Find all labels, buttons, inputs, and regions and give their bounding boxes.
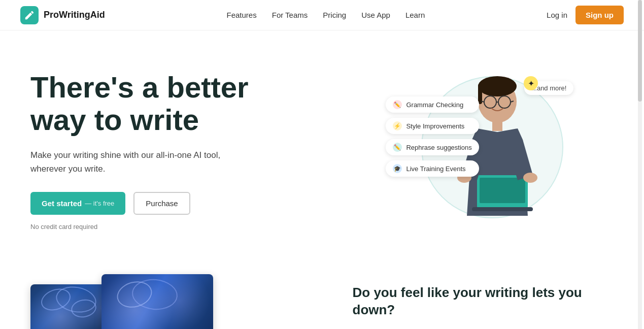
painting-front [101, 274, 213, 329]
svg-rect-11 [472, 207, 533, 211]
hero-title: There's a better way to write [30, 71, 351, 136]
hero-section: There's a better way to write Make your … [0, 30, 644, 264]
nav-actions: Log in Sign up [547, 6, 624, 24]
second-section-title: Do you feel like your writing lets you d… [353, 284, 614, 319]
starry-night-front [101, 274, 213, 329]
purchase-button[interactable]: Purchase [133, 192, 190, 215]
pill-grammar-label: Grammar Checking [406, 101, 463, 109]
second-right: Do you feel like your writing lets you d… [353, 274, 614, 329]
pill-training: 🎓 Live Training Events [386, 160, 479, 177]
hero-left: There's a better way to write Make your … [30, 61, 351, 231]
hero-title-line1: There's a better [30, 71, 249, 104]
second-title-text: Do you feel like your writing lets you d… [353, 285, 582, 317]
pill-training-label: Live Training Events [406, 165, 465, 173]
grammar-icon: ✏️ [393, 100, 402, 109]
painting-stack: My idea in my head [30, 274, 213, 329]
svg-point-13 [523, 173, 537, 183]
style-icon: ⚡ [393, 121, 402, 130]
hero-buttons: Get started — it's free Purchase [30, 192, 351, 215]
svg-rect-10 [480, 178, 525, 203]
nav-features[interactable]: Features [227, 11, 257, 19]
pill-style: ⚡ Style Improvements [386, 118, 479, 134]
feature-pills: ✏️ Grammar Checking ⚡ Style Improvements… [386, 96, 479, 177]
svg-rect-8 [492, 121, 502, 131]
signup-button[interactable]: Sign up [575, 6, 624, 24]
login-button[interactable]: Log in [547, 11, 567, 19]
svg-point-1 [478, 76, 517, 96]
rephrase-icon: ✏️ [393, 143, 402, 152]
nav-pricing[interactable]: Pricing [323, 11, 346, 19]
scroll-thumb[interactable] [638, 0, 642, 102]
pill-style-label: Style Improvements [406, 122, 464, 130]
get-started-button[interactable]: Get started — it's free [30, 192, 125, 215]
brand-name: ProWritingAid [44, 10, 105, 20]
hero-title-line2: way to write [30, 103, 199, 136]
nav-for-teams[interactable]: For Teams [272, 11, 308, 19]
second-left: My idea in my head [30, 274, 322, 329]
hero-subtitle: Make your writing shine with our all-in-… [30, 148, 254, 176]
free-label: — it's free [85, 200, 114, 207]
hero-right: ...and more! ✦ [351, 61, 614, 244]
pill-rephrase-label: Rephrase suggestions [406, 144, 471, 151]
second-section-body: We know what it's like to feel the FEAR … [353, 327, 614, 329]
training-icon: 🎓 [393, 164, 402, 173]
get-started-label: Get started [42, 199, 82, 208]
pill-rephrase: ✏️ Rephrase suggestions [386, 139, 479, 155]
logo-svg [24, 10, 35, 21]
logo[interactable]: ProWritingAid [20, 6, 105, 24]
scrollbar[interactable] [638, 0, 642, 329]
logo-icon [20, 6, 39, 24]
no-credit-card-text: No credit card required [30, 223, 351, 231]
nav-use-app[interactable]: Use App [361, 11, 390, 19]
navbar: ProWritingAid Features For Teams Pricing… [0, 0, 644, 30]
hero-illustration: ...and more! ✦ [386, 66, 579, 239]
second-section: My idea in my head Do you feel like your… [0, 264, 644, 329]
nav-links: Features For Teams Pricing Use App Learn [227, 11, 425, 19]
nav-learn[interactable]: Learn [405, 11, 425, 19]
pill-grammar: ✏️ Grammar Checking [386, 96, 479, 113]
